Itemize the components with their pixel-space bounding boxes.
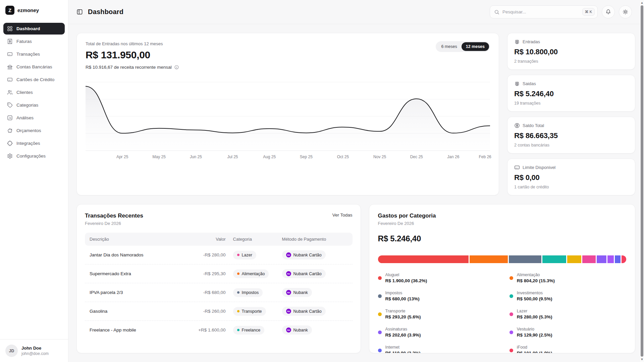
sidebar-item-orcamentos[interactable]: Orçamentos	[3, 125, 65, 136]
receipt-icon	[7, 39, 13, 44]
table-row[interactable]: IPVA parcela 2/3 -R$ 680,00 Impostos nuN…	[85, 283, 353, 302]
category-label: Impostos	[242, 290, 259, 295]
legend-amount: R$ 119,90 (2.3%)	[385, 351, 421, 353]
table-row[interactable]: Jantar Dia dos Namorados -R$ 280,00 Laze…	[85, 246, 353, 264]
sidebar-item-configuracoes[interactable]: Configurações	[3, 150, 65, 162]
page-title: Dashboard	[88, 8, 123, 16]
sidebar-item-dashboard[interactable]: Dashboard	[3, 23, 65, 35]
legend-item: VestuárioR$ 129,90 (2.5%)	[509, 327, 626, 338]
tx-description: Freelance - App mobile	[90, 327, 194, 333]
topbar: Dashboard ⌘ K	[68, 0, 640, 24]
vertical-scrollbar[interactable]: ▲ ▼	[640, 0, 644, 362]
legend-item: InvestimentosR$ 500,00 (9.5%)	[509, 291, 626, 301]
sidebar-toggle-button[interactable]	[76, 9, 83, 15]
legend-amount: R$ 1.900,00 (36.2%)	[385, 278, 427, 283]
category-label: Freelance	[242, 328, 261, 333]
sidebar-item-transacoes[interactable]: Transações	[3, 48, 65, 60]
period-option-12-meses[interactable]: 12 meses	[462, 42, 489, 51]
x-axis-label: Aug 25	[263, 155, 276, 159]
bar-segment[interactable]	[470, 255, 508, 263]
bar-segment[interactable]	[597, 255, 606, 263]
scrollbar-thumb[interactable]	[641, 5, 643, 357]
sidebar-item-cartoes-de-credito[interactable]: Cartões de Crédito	[3, 74, 65, 85]
credit-card-icon	[7, 77, 13, 82]
table-row[interactable]: Gasolina -R$ 260,00 Transporte nuNubank …	[85, 302, 353, 321]
legend-item: LazerR$ 280,00 (5.3%)	[509, 309, 626, 319]
scroll-up-arrow[interactable]: ▲	[640, 1, 644, 5]
bar-segment[interactable]	[582, 255, 596, 263]
sidebar-item-faturas[interactable]: Faturas	[3, 36, 65, 47]
legend-amount: R$ 280,00 (5.3%)	[517, 314, 552, 319]
period-option-6-meses[interactable]: 6 meses	[437, 42, 461, 51]
bar-segment[interactable]	[542, 255, 566, 263]
gear-icon	[7, 153, 13, 159]
tx-value: -R$ 260,00	[194, 309, 226, 314]
scroll-down-arrow[interactable]: ▼	[640, 357, 644, 361]
sidebar-item-label: Clientes	[16, 90, 33, 95]
view-all-button[interactable]: Ver Todas	[332, 213, 353, 218]
sidebar-item-integracoes[interactable]: Integrações	[3, 137, 65, 149]
theme-toggle-button[interactable]	[619, 5, 632, 18]
legend-amount: R$ 293,20 (5.6%)	[385, 314, 421, 319]
revenue-total: R$ 131.950,00	[86, 49, 179, 61]
x-axis-label: Jul 25	[227, 155, 238, 159]
credit-card-icon	[514, 165, 520, 170]
legend-name: Vestuário	[517, 327, 552, 331]
bar-segment[interactable]	[607, 255, 614, 263]
tx-value: -R$ 280,00	[194, 252, 226, 257]
bar-segment[interactable]	[622, 255, 626, 263]
sidebar-item-clientes[interactable]: Clientes	[3, 86, 65, 98]
tag-icon	[7, 102, 13, 108]
legend-dot	[378, 294, 382, 298]
category-label: Alimentação	[242, 272, 265, 276]
user-name: John Doe	[21, 346, 49, 351]
bank-icon	[7, 64, 13, 70]
search-box[interactable]: ⌘ K	[490, 5, 598, 18]
legend-dot	[509, 330, 513, 334]
category-label: Lazer	[242, 253, 252, 257]
sidebar-item-categorias[interactable]: Categorias	[3, 99, 65, 111]
legend-name: Transporte	[385, 309, 421, 313]
legend-amount: R$ 129,90 (2.5%)	[517, 333, 552, 338]
legend-dot	[509, 294, 513, 298]
transactions-subtitle: Fevereiro De 2026	[85, 221, 143, 226]
legend-item: AssinaturasR$ 202,60 (3.9%)	[378, 327, 495, 338]
legend-dot	[509, 312, 513, 316]
legend-name: Internet	[385, 345, 421, 350]
avatar: JD	[5, 345, 18, 357]
legend-dot	[378, 349, 382, 352]
sidebar-item-label: Análises	[16, 115, 34, 120]
bar-segment[interactable]	[615, 255, 621, 263]
legend-item: ImpostosR$ 680,00 (13%)	[378, 291, 495, 301]
piggy-bank-icon	[7, 128, 13, 133]
legend-dot	[378, 330, 382, 334]
bar-segment[interactable]	[567, 255, 581, 263]
recent-transactions-card: Transações Recentes Fevereiro De 2026 Ve…	[76, 204, 361, 353]
category-pill: Transporte	[233, 307, 266, 316]
bell-icon	[605, 9, 611, 15]
x-axis: Apr 25 May 25 Jun 25 Jul 25 Aug 25 Sep 2…	[86, 150, 490, 161]
user-menu[interactable]: JD John Doe john@doe.com	[0, 339, 68, 362]
bar-segment[interactable]	[378, 255, 469, 263]
card-icon	[7, 51, 13, 57]
search-input[interactable]	[502, 9, 579, 14]
revenue-area-chart[interactable]: Apr 25 May 25 Jun 25 Jul 25 Aug 25 Sep 2…	[86, 82, 490, 161]
revenue-chart-card: Total de Entradas nos últimos 12 meses R…	[76, 33, 499, 195]
sidebar: Z ezmoney Dashboard Faturas Transações C…	[0, 0, 68, 362]
sidebar-item-label: Cartões de Crédito	[16, 77, 54, 82]
table-header-row: Descrição Valor Categoria Método de Paga…	[85, 233, 353, 246]
bar-segment[interactable]	[509, 255, 541, 263]
sidebar-item-label: Faturas	[16, 39, 32, 44]
spending-subtitle: Fevereiro De 2026	[378, 221, 436, 226]
legend-name: iFood	[517, 345, 552, 350]
payment-pill: nuNubank Cartão	[282, 269, 326, 278]
x-axis-label: Jan 26	[447, 155, 459, 159]
notifications-button[interactable]	[602, 5, 615, 18]
table-row[interactable]: Supermercado Extra -R$ 295,30 Alimentaçã…	[85, 264, 353, 283]
sidebar-item-analises[interactable]: Análises	[3, 112, 65, 124]
table-row[interactable]: Freelance - App mobile +R$ 1.600,00 Free…	[85, 321, 353, 339]
category-dot	[237, 254, 239, 256]
sidebar-item-contas-bancarias[interactable]: Contas Bancárias	[3, 61, 65, 73]
col-header-categoria: Categoria	[226, 237, 282, 242]
spending-total: R$ 5.246,40	[378, 234, 626, 243]
